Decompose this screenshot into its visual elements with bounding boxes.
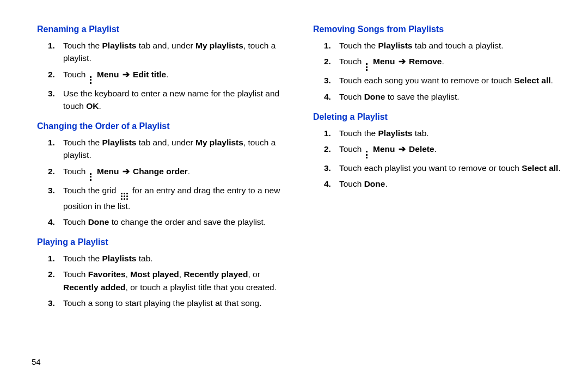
right-column: Removing Songs from Playlists1.Touch the… [310,23,566,313]
section-heading: Changing the Order of a Playlist [37,120,290,133]
step: 2.Touch Favorites, Most played, Recently… [48,268,290,293]
page-number: 54 [32,356,41,369]
bold-text: Done [364,92,385,101]
bold-text: Delete [409,144,434,154]
arrow-icon: ➔ [399,57,406,66]
step: 4.Touch Done to save the playlist. [324,90,566,103]
step-text: Use the keyboard to enter a new name for… [63,87,290,113]
bold-text: Playlists [102,254,137,263]
step-text: Touch the Playlists tab. [63,252,290,265]
step-text: Touch Menu ➔ Delete. [339,143,566,158]
bold-text: Favorites [88,270,126,279]
arrow-icon: ➔ [122,167,130,176]
section-heading: Playing a Playlist [37,236,290,249]
step: 2.Touch Menu ➔ Change order. [48,165,290,181]
bold-text: Playlists [102,138,137,147]
step-number: 4. [48,216,63,228]
bold-text: My playlists [195,41,243,50]
step: 1.Touch the Playlists tab. [324,127,566,139]
step: 4.Touch Done to change the order and sav… [48,216,290,228]
section-heading: Removing Songs from Playlists [313,23,566,36]
step: 1.Touch the Playlists tab and, under My … [48,136,290,162]
step-number: 2. [48,165,63,177]
step-text: Touch Menu ➔ Change order. [63,165,290,181]
bold-text: Menu [373,144,395,154]
step: 4.Touch Done. [324,177,566,190]
bold-text: OK [86,101,99,111]
step: 3.Touch each song you want to remove or … [324,74,566,87]
step-number: 2. [324,55,339,68]
step: 1.Touch the Playlists tab. [48,252,290,265]
menu-icon [365,63,369,71]
step-number: 3. [48,184,63,197]
section-heading: Renaming a Playlist [37,23,290,36]
step-number: 2. [48,68,63,81]
bold-text: Recently played [183,270,248,279]
step-number: 3. [48,297,63,309]
step: 1.Touch the Playlists tab and, under My … [48,39,290,65]
bold-text: Playlists [378,41,413,50]
left-column: Renaming a Playlist1.Touch the Playlists… [32,23,290,313]
bold-text: Playlists [378,128,413,138]
step-number: 2. [324,143,339,155]
arrow-icon: ➔ [399,144,406,154]
bold-text: Done [364,179,385,188]
grid-icon [121,193,128,200]
step: 2.Touch Menu ➔ Edit title. [48,68,290,84]
step-number: 4. [324,177,339,190]
step: 1.Touch the Playlists tab and touch a pl… [324,39,566,52]
bold-text: Edit title [133,70,166,79]
step-number: 2. [48,268,63,280]
step: 3.Touch a song to start playing the play… [48,297,290,309]
manual-page: Renaming a Playlist1.Touch the Playlists… [0,0,588,313]
step: 3.Use the keyboard to enter a new name f… [48,87,290,113]
step-text: Touch the Playlists tab and touch a play… [339,39,566,52]
bold-text: Done [88,217,109,226]
menu-icon [365,151,369,158]
step-number: 3. [324,162,339,174]
step-number: 1. [324,127,339,139]
bold-text: Remove [409,57,442,66]
menu-icon [89,173,93,181]
step-text: Touch Menu ➔ Remove. [339,55,566,71]
step: 3.Touch the grid for an entry and drag t… [48,184,290,212]
step: 2.Touch Menu ➔ Remove. [324,55,566,71]
step-text: Touch a song to start playing the playli… [63,297,290,309]
step-number: 1. [324,39,339,52]
step-text: Touch the Playlists tab and, under My pl… [63,136,290,162]
step: 2.Touch Menu ➔ Delete. [324,143,566,158]
step-text: Touch Favorites, Most played, Recently p… [63,268,290,293]
step-text: Touch the Playlists tab. [339,127,566,139]
bold-text: Most played [130,270,179,279]
step-text: Touch the Playlists tab and, under My pl… [63,39,290,65]
bold-text: Playlists [102,41,137,50]
step-text: Touch Done to change the order and save … [63,216,290,228]
step-text: Touch each playlist you want to remove o… [339,162,566,174]
step-text: Touch Done. [339,177,566,190]
bold-text: Select all [522,163,558,173]
bold-text: Change order [133,167,188,176]
step-number: 1. [48,252,63,265]
step-text: Touch each song you want to remove or to… [339,74,566,87]
bold-text: My playlists [195,138,243,147]
bold-text: Select all [514,76,550,85]
step-number: 1. [48,39,63,52]
bold-text: Menu [97,167,119,176]
step-number: 1. [48,136,63,149]
menu-icon [89,76,93,84]
arrow-icon: ➔ [122,70,130,79]
bold-text: Recently added [63,283,126,292]
step-number: 4. [324,90,339,103]
bold-text: Menu [373,57,395,66]
step-text: Touch Done to save the playlist. [339,90,566,103]
step-number: 3. [324,74,339,87]
step-text: Touch the grid for an entry and drag the… [63,184,290,212]
bold-text: Menu [97,70,119,79]
step-number: 3. [48,87,63,100]
section-heading: Deleting a Playlist [313,111,566,124]
step: 3.Touch each playlist you want to remove… [324,162,566,174]
step-text: Touch Menu ➔ Edit title. [63,68,290,84]
